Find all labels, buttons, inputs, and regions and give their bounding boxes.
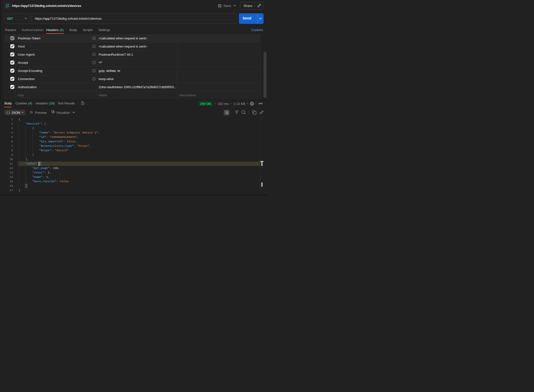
- svg-text:HTTP: HTTP: [5, 5, 9, 7]
